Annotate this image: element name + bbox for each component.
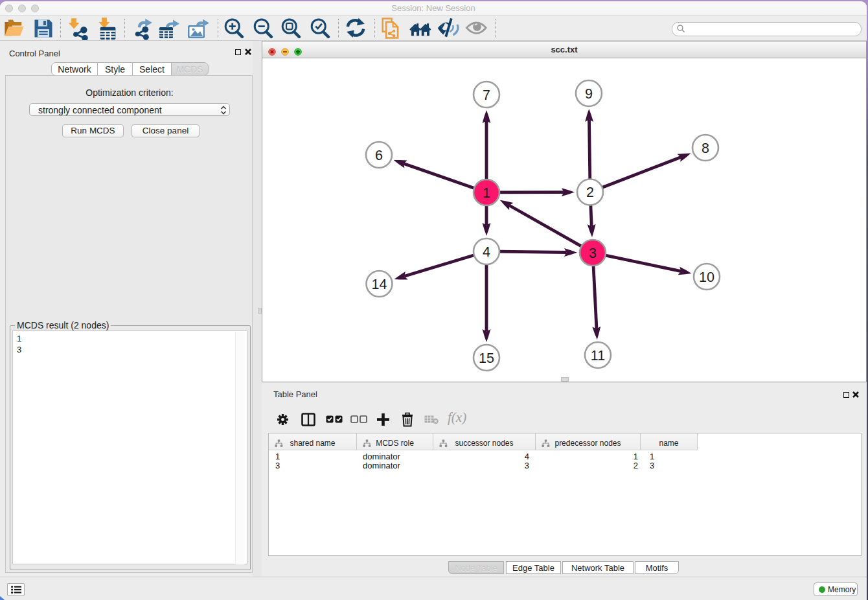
svg-text:7: 7 (483, 87, 490, 103)
svg-text:14: 14 (372, 277, 387, 292)
svg-text:1: 1 (483, 185, 490, 201)
svg-text:9: 9 (585, 86, 593, 102)
svg-text:6: 6 (375, 148, 383, 163)
svg-text:2: 2 (586, 185, 594, 200)
svg-text:8: 8 (702, 141, 709, 156)
svg-text:3: 3 (589, 246, 597, 261)
svg-text:15: 15 (479, 351, 494, 366)
svg-text:10: 10 (699, 270, 714, 285)
svg-text:4: 4 (483, 244, 490, 260)
svg-text:11: 11 (591, 348, 605, 363)
